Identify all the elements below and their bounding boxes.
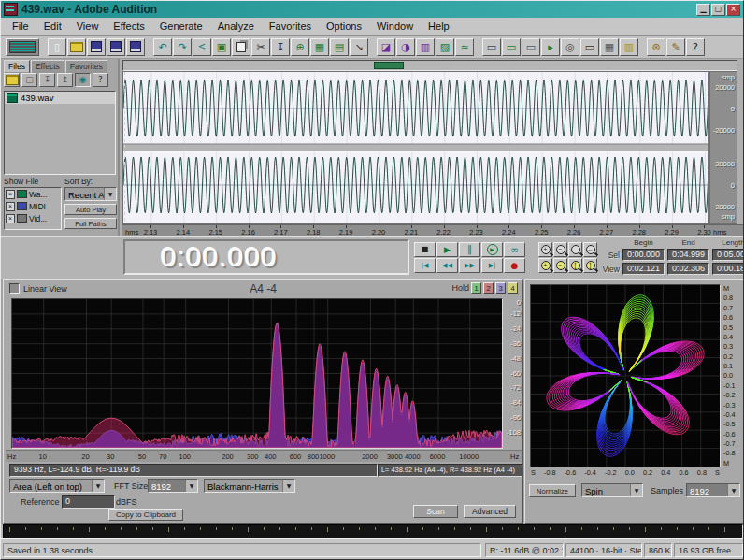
save-button[interactable] [87, 38, 106, 56]
zoom-in-left-edge-button[interactable]: [ [568, 258, 582, 273]
stop-button[interactable]: ■ [414, 242, 436, 257]
show-sel-view-button[interactable]: ▦ [600, 38, 619, 56]
show-effects-panel-button[interactable]: ▭ [502, 38, 521, 56]
statistics-button[interactable]: ▥ [416, 38, 435, 56]
amplitude-ruler[interactable]: smp200000-20000200000-20000smp [709, 71, 737, 224]
zoom-in-vertical-button[interactable]: + [538, 258, 552, 273]
plot-style-select[interactable]: Area (Left on top) [9, 479, 105, 493]
save-copy-button[interactable] [126, 38, 145, 56]
go-to-start-button[interactable]: |◀ [414, 258, 436, 273]
phase-analysis-button[interactable]: ◑ [396, 38, 415, 56]
menu-favorites[interactable]: Favorites [262, 19, 319, 34]
selview-value[interactable]: 0:00.185 [712, 263, 744, 275]
scan-button[interactable]: Scan [413, 505, 458, 518]
chevron-down-icon[interactable] [185, 480, 197, 492]
selview-value[interactable]: 0:02.306 [667, 263, 709, 275]
hold-1-button[interactable]: 1 [471, 282, 481, 294]
undo-button[interactable]: ↶ [153, 38, 172, 56]
mix-paste-button[interactable]: ⊕ [291, 38, 309, 56]
copy-button[interactable] [232, 38, 250, 56]
checkbox-checked-icon[interactable]: × [6, 190, 15, 199]
insert-into-multitrack-button[interactable]: ↧ [39, 73, 55, 87]
view-range-scrollbar[interactable] [122, 60, 737, 71]
play-button[interactable]: ▶ [436, 242, 458, 257]
settings-button[interactable]: ⊛ [647, 38, 665, 56]
redo-button[interactable]: ↷ [173, 38, 192, 56]
record-button[interactable]: ● [504, 258, 525, 273]
spectral-view-button[interactable]: ▨ [436, 38, 454, 56]
zoom-in-horizontal-button[interactable]: + [538, 242, 552, 257]
minimize-button[interactable]: ▁ [696, 4, 710, 16]
close-button[interactable]: × [726, 4, 740, 16]
zoom-out-horizontal-button[interactable]: − [553, 242, 567, 257]
cut-button[interactable]: ✂ [251, 38, 270, 56]
checkbox-checked-icon[interactable]: × [6, 202, 15, 211]
paste-button[interactable]: ↧ [271, 38, 290, 56]
chevron-down-icon[interactable] [282, 480, 294, 492]
go-to-end-button[interactable]: ▶| [481, 258, 503, 273]
help-button[interactable]: ? [686, 38, 705, 56]
waveform-display[interactable] [122, 71, 709, 224]
selview-value[interactable]: 0:05.000 [712, 249, 744, 261]
waveform-view-button[interactable]: ≈ [455, 38, 474, 56]
selview-value[interactable]: 0:00.000 [622, 249, 665, 261]
menu-window[interactable]: Window [369, 19, 421, 34]
frequency-analysis-button[interactable]: ◪ [377, 38, 395, 56]
phase-plot[interactable] [530, 284, 721, 467]
zoom-out-vertical-button[interactable]: − [553, 258, 567, 273]
insert-into-cd-button[interactable]: ↥ [57, 73, 73, 87]
spectrum-plot[interactable] [11, 298, 503, 449]
fast-forward-button[interactable]: ▶▶ [459, 258, 480, 273]
selview-value[interactable]: 0:04.999 [667, 249, 709, 261]
maximize-button[interactable]: ▢ [711, 4, 725, 16]
menu-edit[interactable]: Edit [36, 19, 69, 34]
hold-3-button[interactable]: 3 [495, 282, 506, 294]
tab-files[interactable]: Files [4, 60, 30, 73]
phase-display-mode-select[interactable]: Spin [581, 483, 643, 497]
selview-value[interactable]: 0:02.121 [622, 263, 665, 275]
options-toggle-button[interactable]: ◉ [75, 73, 91, 87]
menu-effects[interactable]: Effects [106, 19, 151, 34]
file-list[interactable]: 439.wav [4, 91, 116, 175]
save-as-button[interactable] [107, 38, 125, 56]
open-file-button[interactable] [67, 38, 86, 56]
insert-in-multitrack-button[interactable]: ▤ [330, 38, 349, 56]
copy-to-new-button[interactable]: ▣ [212, 38, 231, 56]
pause-button[interactable]: ‖ [459, 242, 480, 257]
convert-sample-type-button[interactable]: ▦ [310, 38, 329, 56]
hold-4-button[interactable]: 4 [508, 282, 518, 294]
find-beats-button[interactable]: ↘ [350, 38, 368, 56]
level-meter[interactable] [3, 524, 743, 538]
edit-multitrack-view-toggle-button[interactable] [6, 38, 39, 56]
new-file-button[interactable]: ▯ [48, 38, 66, 56]
show-zoom-controls-button[interactable]: ◎ [561, 38, 579, 56]
file-item[interactable]: 439.wav [5, 92, 115, 104]
view-range-thumb[interactable] [374, 62, 404, 69]
hold-2-button[interactable]: 2 [483, 282, 494, 294]
play-looped-button[interactable]: ▶ [481, 242, 503, 257]
zoom-full-button[interactable] [568, 242, 582, 257]
normalize-button[interactable]: Normalize [529, 484, 576, 497]
sort-by-select[interactable]: Recent A [64, 187, 117, 201]
menu-file[interactable]: File [5, 19, 36, 34]
menu-options[interactable]: Options [319, 19, 369, 34]
show-level-meters-button[interactable]: ▥ [620, 38, 638, 56]
fft-window-select[interactable]: Blackmann-Harris [204, 479, 295, 493]
show-transport-button[interactable]: ▸ [541, 38, 560, 56]
tab-favorites[interactable]: Favorites [65, 60, 107, 73]
auto-play-button[interactable]: Auto Play [64, 204, 117, 215]
show-time-window-button[interactable]: ▭ [580, 38, 599, 56]
scripts-batch-button[interactable]: ✎ [666, 38, 685, 56]
samples-select[interactable]: 8192 [686, 483, 740, 497]
chevron-down-icon[interactable] [727, 484, 739, 496]
time-display[interactable]: 0:00.000 [123, 239, 409, 275]
show-favorites-panel-button[interactable]: ▭ [522, 38, 540, 56]
menu-generate[interactable]: Generate [152, 19, 210, 34]
full-paths-button[interactable]: Full Paths [64, 218, 117, 229]
menu-view[interactable]: View [69, 19, 107, 34]
open-file-button[interactable] [4, 73, 20, 87]
loop-button[interactable]: ∞ [504, 242, 525, 257]
chevron-down-icon[interactable] [630, 484, 642, 496]
menu-analyze[interactable]: Analyze [210, 19, 262, 34]
tab-effects[interactable]: Effects [31, 60, 64, 73]
